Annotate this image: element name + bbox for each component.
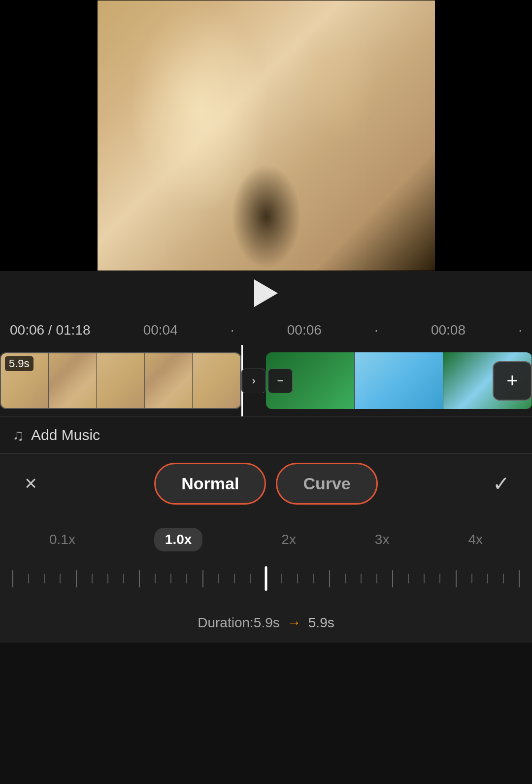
timeline-container: 00:06 / 01:18 00:04 · 00:06 · 00:08 · — [0, 315, 532, 345]
transition-buttons: › − — [241, 369, 293, 393]
duration-arrow: → — [287, 615, 301, 631]
confirm-button[interactable]: ✓ — [485, 468, 517, 500]
music-icon: ♫ — [12, 426, 24, 444]
video-frame — [98, 0, 435, 271]
add-clip-button[interactable]: + — [493, 361, 532, 401]
speed-slider-track[interactable] — [10, 564, 522, 593]
slider-thumb[interactable] — [265, 566, 267, 591]
duration-value: 5.9s — [308, 615, 334, 631]
bottom-panel: × Normal Curve ✓ 0.1x 1.0x 2x 3x 4x — [0, 453, 532, 643]
speed-3x: 3x — [375, 532, 390, 547]
tick — [503, 574, 504, 583]
tick — [186, 574, 187, 583]
timestamp-3: 00:08 — [431, 322, 466, 338]
tick — [123, 574, 124, 583]
tick — [439, 574, 440, 583]
clip-thumb-row — [1, 353, 240, 408]
tick — [92, 574, 93, 583]
duration-row: Duration:5.9s → 5.9s — [0, 603, 532, 643]
tick — [376, 574, 377, 583]
tick — [44, 574, 45, 583]
clip-duration-badge: 5.9s — [5, 356, 33, 371]
add-music-bar[interactable]: ♫ Add Music — [0, 416, 532, 453]
mode-tabs-row: × Normal Curve ✓ — [0, 454, 532, 513]
clip-segment-2[interactable] — [266, 352, 532, 409]
speed-2x: 2x — [281, 532, 296, 547]
tick — [139, 570, 140, 587]
tick — [361, 574, 362, 583]
clip-segment-1[interactable]: 5.9s — [0, 352, 241, 409]
tick — [60, 574, 61, 583]
dot-3: · — [518, 322, 522, 338]
timeline-timestamps: 00:06 / 01:18 00:04 · 00:06 · 00:08 · — [10, 322, 522, 338]
video-preview — [0, 0, 532, 271]
tick — [234, 574, 235, 583]
transition-minus-btn[interactable]: − — [268, 369, 293, 393]
clip-thumb-4 — [145, 353, 193, 408]
dot-2: · — [374, 322, 378, 338]
tick — [297, 574, 298, 583]
dot-1: · — [231, 322, 234, 338]
speed-0.1x: 0.1x — [49, 532, 75, 547]
curve-tab[interactable]: Curve — [276, 463, 377, 505]
clip-thumb-3 — [97, 353, 144, 408]
tick — [202, 570, 203, 587]
close-icon: × — [25, 472, 37, 495]
current-time: 00:06 / 01:18 — [10, 322, 91, 338]
play-button[interactable] — [254, 279, 278, 307]
tick — [487, 574, 488, 583]
check-icon: ✓ — [493, 472, 510, 496]
close-button[interactable]: × — [15, 468, 47, 500]
duration-label: Duration:5.9s — [198, 615, 280, 631]
tick — [170, 574, 171, 583]
tick — [76, 570, 77, 587]
normal-tab[interactable]: Normal — [154, 463, 266, 505]
tick — [28, 574, 29, 583]
tick — [313, 574, 314, 583]
clip-thumb-2 — [49, 353, 97, 408]
speed-section: 0.1x 1.0x 2x 3x 4x — [0, 513, 532, 603]
tick — [345, 574, 346, 583]
tick — [250, 574, 251, 583]
timestamp-1: 00:04 — [143, 322, 178, 338]
tick — [408, 574, 409, 583]
timestamp-2: 00:06 — [287, 322, 322, 338]
clip-area: 5.9s › − + — [0, 345, 532, 416]
speed-1.0x-active: 1.0x — [154, 528, 203, 551]
tick — [392, 570, 393, 587]
tick — [107, 574, 108, 583]
slider-ticks — [10, 566, 522, 591]
tick — [12, 570, 13, 587]
tick — [218, 574, 219, 583]
speed-labels: 0.1x 1.0x 2x 3x 4x — [10, 528, 522, 551]
add-music-label: Add Music — [31, 427, 100, 443]
playback-controls — [0, 271, 532, 315]
beach-thumb-2 — [355, 352, 443, 409]
tick — [424, 574, 425, 583]
tick — [329, 570, 330, 587]
tick — [281, 574, 282, 583]
transition-forward-btn[interactable]: › — [241, 369, 266, 393]
tick — [519, 570, 520, 587]
tick — [155, 574, 156, 583]
tick — [471, 574, 472, 583]
clip-thumb-5 — [193, 353, 240, 408]
mode-tabs: Normal Curve — [154, 463, 378, 505]
tick — [456, 570, 457, 587]
speed-4x: 4x — [468, 532, 483, 547]
